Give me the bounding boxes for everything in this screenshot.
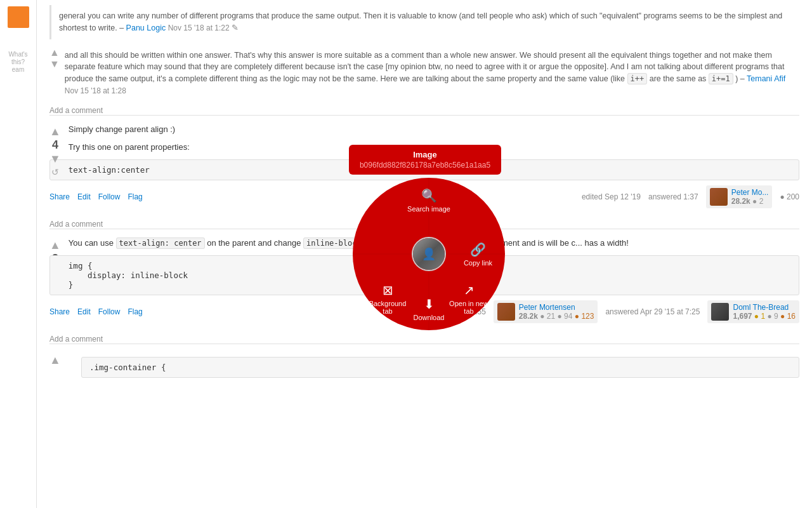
answer-1: ▲ 4 ▼ ↺ Simply change parent align :) Tr… <box>49 115 799 217</box>
vote-count-1: 4 <box>52 138 58 152</box>
edit-meta-1: edited Sep 12 '19 <box>582 192 641 201</box>
answer-2-meta: Share Edit Follow Flag edited Sep 12 '19… <box>49 300 799 323</box>
flag-link-2[interactable]: Flag <box>128 307 142 316</box>
upvote-comment2[interactable]: ▲ <box>49 47 60 58</box>
answered-meta-2: answered Apr 29 '15 at 7:25 <box>605 307 700 316</box>
answer-1-code: text-align:center <box>49 159 799 180</box>
comment-2: and all this should be written within on… <box>65 50 799 97</box>
avatar-1 <box>710 188 728 206</box>
sidebar-logo <box>8 6 29 28</box>
score2: ● 200 <box>780 192 799 201</box>
code-text-align: text-align: center <box>116 237 205 249</box>
downvote-1[interactable]: ▼ <box>49 153 61 164</box>
user-card-1: Peter Mo... 28.2k ● 2 <box>706 185 773 208</box>
edit-meta-2: edited Sep 12 '19 at 21:55 <box>397 307 486 316</box>
answer-2: ▲ 3 ▼ ↺ You can use text-align: center o… <box>49 229 799 331</box>
edit-icon[interactable]: ✎ <box>232 23 239 32</box>
follow-link-1[interactable]: Follow <box>98 192 121 201</box>
avatar-2a <box>497 303 515 321</box>
bronze-badge-2b: ● 16 <box>780 312 796 321</box>
silver-badge-2a-2: ● 94 <box>558 312 573 321</box>
author-rep-2a: 28.2k <box>519 312 538 321</box>
follow-link-2[interactable]: Follow <box>98 307 121 316</box>
comment-2-date: Nov 15 '18 at 1:28 <box>65 86 126 95</box>
gold-badge-2b: ● 1 <box>754 312 765 321</box>
comment-2-row: ▲ ▼ and all this should be written withi… <box>49 44 799 102</box>
code-ipluseq: i+=1 <box>709 73 733 84</box>
author-name-2a[interactable]: Peter Mortensen <box>519 303 575 312</box>
add-comment-3[interactable]: Add a comment <box>49 335 799 344</box>
answer-3-code: .img-container { <box>81 357 799 378</box>
comment-1: general you can write any number of diff… <box>49 5 799 39</box>
flag-link-1[interactable]: Flag <box>128 192 142 201</box>
left-sidebar: What's this? eam <box>0 0 37 508</box>
code-inline-block: inline-block <box>303 237 365 249</box>
answer-1-title: Simply change parent align :) <box>49 123 799 137</box>
answer-1-desc: Try this one on parent properties: <box>49 141 799 154</box>
author-rep-1: 28.2k <box>731 197 750 206</box>
answer-3-partial: ▲ .img-container { <box>49 344 799 391</box>
silver-badge-2a: ● 21 <box>540 312 555 321</box>
edit-link-1[interactable]: Edit <box>77 192 91 201</box>
downvote-comment2[interactable]: ▼ <box>49 58 60 70</box>
answer-2-code: img { display: inline-block} <box>49 255 799 295</box>
share-link-2[interactable]: Share <box>49 307 70 316</box>
user-card-2b: Doml The-Bread 1,697 ● 1 ● 9 ● 16 <box>707 300 799 323</box>
answer-2-content: You can use text-align: center on the pa… <box>49 237 799 323</box>
share-link-1[interactable]: Share <box>49 192 70 201</box>
code-iplus: i++ <box>627 73 648 84</box>
sidebar-whats-this: What's this? eam <box>0 51 36 74</box>
user-card-2a: Peter Mortensen 28.2k ● 21 ● 94 ● 123 <box>494 300 598 323</box>
comment-2-text3: ) – <box>735 74 747 83</box>
add-comment-1[interactable]: Add a comment <box>49 106 799 115</box>
comment-1-author[interactable]: Panu Logic <box>126 23 166 32</box>
upvote-1[interactable]: ▲ <box>49 126 61 137</box>
answer-1-content: Simply change parent align :) Try this o… <box>49 123 799 209</box>
vote-section-1: ▲ 4 ▼ ↺ <box>49 126 61 177</box>
comment-2-author[interactable]: Temani Afif <box>747 74 785 83</box>
bronze-badge-2a: ● 123 <box>575 312 594 321</box>
answer-2-text: You can use text-align: center on the pa… <box>49 237 799 250</box>
author-name-1[interactable]: Peter Mo... <box>731 188 769 197</box>
answer-1-meta: Share Edit Follow Flag edited Sep 12 '19… <box>49 185 799 208</box>
comment-2-text2: are the same as <box>650 74 709 83</box>
silver-badge-2b: ● 9 <box>767 312 778 321</box>
silver-badge-1: ● 2 <box>752 197 763 206</box>
avatar-2b <box>711 303 729 321</box>
comment-1-date: Nov 15 '18 at 1:22 <box>168 23 230 32</box>
author-rep-2b: 1,697 <box>733 312 752 321</box>
history-icon-1[interactable]: ↺ <box>51 167 59 177</box>
upvote-3[interactable]: ▲ <box>49 354 61 366</box>
main-content: general you can write any number of diff… <box>37 0 812 508</box>
answered-meta-1: answered 1:37 <box>648 192 698 201</box>
vote-section-3: ▲ <box>49 354 61 366</box>
edit-link-2[interactable]: Edit <box>77 307 91 316</box>
author-name-2b[interactable]: Doml The-Bread <box>733 303 789 312</box>
add-comment-2[interactable]: Add a comment <box>49 220 799 229</box>
